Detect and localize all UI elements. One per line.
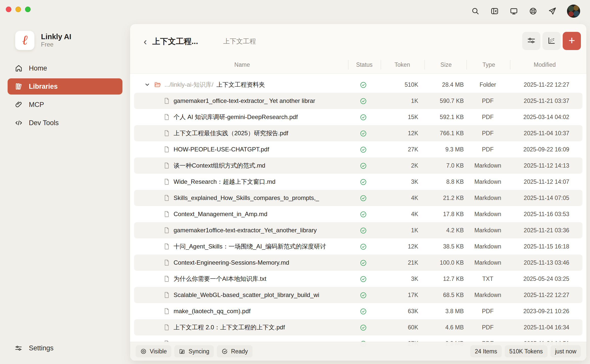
modified-cell: 2023-09-21 10:26: [503, 303, 569, 319]
table-row[interactable]: 谈一种Context组织方式的范式.md2K7.0 KBMarkdown2025…: [130, 157, 586, 174]
sidebar-item-dev-tools[interactable]: Dev Tools: [8, 115, 122, 131]
column-header-modified[interactable]: Modified: [534, 61, 556, 68]
sliders-icon: [527, 36, 536, 46]
file-name: gamemaker1_office-text-extractor_ Yet an…: [174, 97, 315, 104]
token-cell: 12K: [368, 125, 418, 141]
size-cell: 3.8 MB: [413, 303, 464, 319]
size-cell: 38.5 KB: [413, 238, 464, 255]
scatter-view-button[interactable]: [542, 32, 561, 50]
sidebar-item-settings[interactable]: Settings: [15, 344, 54, 352]
modified-cell: 2025-11-12 14:13: [503, 157, 569, 174]
table-row[interactable]: Scalable_WebGL-based_scatter_plot_librar…: [130, 287, 586, 303]
column-header-status[interactable]: Status: [356, 61, 372, 68]
name-cell: Skills_explained_How_Skills_compares_to_…: [163, 190, 346, 206]
name-cell: Context_Management_in_Amp.md: [163, 206, 346, 222]
token-cell: 3K: [368, 271, 418, 287]
column-header-name[interactable]: Name: [234, 61, 250, 68]
token-cell: 63K: [368, 303, 418, 319]
name-cell: Scalable_WebGL-based_scatter_plot_librar…: [163, 287, 346, 303]
table-row[interactable]: Context_Management_in_Amp.md4K17.8 KBMar…: [130, 206, 586, 222]
file-icon: [163, 146, 171, 153]
file-name: Context_Management_in_Amp.md: [174, 211, 267, 218]
modified-cell: 2025-03-14 04:02: [503, 109, 569, 125]
size-cell: 12.7 KB: [413, 271, 464, 287]
table-row[interactable]: Wide_Research：超越上下文窗口.md3K8.8 KBMarkdown…: [130, 174, 586, 190]
user-avatar[interactable]: [567, 5, 580, 18]
column-header-type[interactable]: Type: [482, 61, 495, 68]
sidebar-item-mcp[interactable]: MCP: [8, 97, 122, 113]
status-cell: [358, 157, 369, 174]
status-cell: [358, 77, 369, 93]
search-icon[interactable]: [471, 7, 480, 16]
table-row[interactable]: 上下文工程最佳实践（2025）研究报告.pdf12K766.1 KBPDF202…: [130, 125, 586, 141]
name-cell: HOW-PEOPLE-USE-CHATGPT.pdf: [163, 141, 346, 157]
size-cell: 4.2 KB: [413, 222, 464, 238]
name-cell: gamemaker1office-text-extractor_Yet_anot…: [163, 222, 346, 238]
add-button[interactable]: +: [563, 32, 581, 50]
chip-label: Syncing: [188, 348, 209, 355]
chip-syncing[interactable]: Syncing: [174, 345, 214, 357]
status-ok-icon: [360, 113, 367, 121]
status-cell: [358, 222, 369, 238]
back-button[interactable]: ‹: [140, 35, 151, 48]
home-icon: [15, 64, 23, 72]
table-row-folder[interactable]: .../linkly-ai-知识库/上下文工程资料夹510K28.4 MBFol…: [130, 77, 586, 93]
size-cell: 4.6 MB: [413, 319, 464, 335]
chevron-down-icon[interactable]: [144, 81, 151, 88]
table-row[interactable]: 上下文工程 2.0：上下文工程的上下文.pdf60K4.6 MBPDF2025-…: [130, 319, 586, 335]
name-cell: 谈一种Context组织方式的范式.md: [163, 157, 346, 174]
table-row[interactable]: HOW-PEOPLE-USE-CHATGPT.pdf27K9.3 MBPDF20…: [130, 141, 586, 157]
help-lifebuoy-icon[interactable]: [529, 7, 538, 16]
token-cell: 510K: [368, 77, 418, 93]
filter-settings-button[interactable]: [522, 32, 540, 50]
token-cell: 21K: [368, 255, 418, 271]
modified-cell: 2025-11-13 03:46: [503, 255, 569, 271]
modified-cell: 2025-11-22 12:27: [503, 77, 569, 93]
file-icon: [163, 162, 171, 169]
status-summary-chips: 24 Items510K Tokensjust now: [470, 345, 581, 357]
file-table-body: .../linkly-ai-知识库/上下文工程资料夹510K28.4 MBFol…: [130, 77, 586, 352]
chip-visible[interactable]: Visible: [136, 345, 171, 357]
sidebar-item-home[interactable]: Home: [8, 60, 122, 76]
badge-510k-tokens: 510K Tokens: [505, 345, 547, 357]
chip-label: Ready: [231, 348, 248, 355]
file-icon: [163, 324, 171, 331]
name-cell: .../linkly-ai-知识库/上下文工程资料夹: [144, 77, 346, 93]
file-name: make_(laotech_qq_com).pdf: [174, 308, 250, 315]
token-cell: 17K: [368, 287, 418, 303]
file-icon: [163, 226, 171, 234]
sidebar-item-libraries[interactable]: Libraries: [8, 78, 122, 95]
modified-cell: 2025-09-22 16:09: [503, 141, 569, 157]
table-row[interactable]: gamemaker1office-text-extractor_Yet_anot…: [130, 222, 586, 238]
size-cell: 590.7 KB: [413, 93, 464, 109]
table-row[interactable]: Skills_explained_How_Skills_compares_to_…: [130, 190, 586, 206]
table-row[interactable]: 为什么你需要一个AI本地知识库.txt3K12.7 KBTXT2025-05-2…: [130, 271, 586, 287]
table-row[interactable]: 个人 AI 知识库调研-gemini-DeepResearch.pdf15K59…: [130, 109, 586, 125]
send-icon[interactable]: [548, 7, 557, 16]
chip-label: Visible: [150, 348, 167, 355]
panel-collapse-icon[interactable]: [490, 7, 499, 16]
modified-cell: 2025-11-16 03:53: [503, 206, 569, 222]
column-header-size[interactable]: Size: [440, 61, 452, 68]
name-cell: 为什么你需要一个AI本地知识库.txt: [163, 271, 346, 287]
status-ok-icon: [360, 146, 367, 153]
app-logo: ℓ: [15, 31, 34, 50]
table-row[interactable]: make_(laotech_qq_com).pdf63K3.8 MBPDF202…: [130, 303, 586, 319]
token-cell: 27K: [368, 141, 418, 157]
file-name: 上下文工程最佳实践（2025）研究报告.pdf: [174, 129, 288, 137]
table-row[interactable]: Context-Engineering-Sessions-Memory.md21…: [130, 255, 586, 271]
file-name: Context-Engineering-Sessions-Memory.md: [174, 259, 289, 266]
chip-ready[interactable]: Ready: [217, 345, 252, 357]
status-cell: [358, 190, 369, 206]
file-name: 为什么你需要一个AI本地知识库.txt: [174, 275, 266, 283]
table-row[interactable]: gamemaker1_office-text-extractor_ Yet an…: [130, 93, 586, 109]
status-ok-icon: [360, 324, 367, 331]
display-icon[interactable]: [509, 7, 518, 16]
size-cell: 592.1 KB: [413, 109, 464, 125]
column-header-token[interactable]: Token: [394, 61, 410, 68]
modified-cell: 2025-11-12 14:07: [503, 174, 569, 190]
column-divider: [348, 60, 348, 70]
sidebar-item-label: Dev Tools: [29, 119, 59, 127]
table-row[interactable]: 十问_Agent_Skills：一场围绕_AI_编码新范式的深度研讨12K38.…: [130, 238, 586, 255]
plus-icon: +: [568, 35, 575, 46]
